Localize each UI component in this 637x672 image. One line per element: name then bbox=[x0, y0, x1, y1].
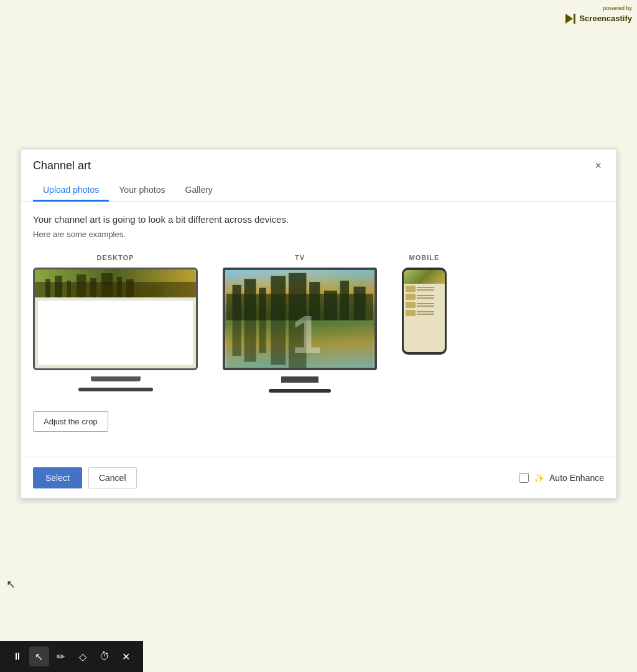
mobile-banner bbox=[404, 270, 445, 284]
svg-rect-8 bbox=[90, 278, 96, 297]
close-toolbar-button[interactable]: ✕ bbox=[116, 646, 136, 666]
modal-close-button[interactable]: × bbox=[592, 160, 604, 171]
desktop-banner bbox=[35, 269, 196, 297]
cursor-tool-button[interactable]: ↖ bbox=[29, 646, 49, 666]
channel-art-modal: Channel art × Upload photos Your photos … bbox=[20, 149, 617, 499]
svg-rect-4 bbox=[45, 279, 50, 297]
svg-rect-10 bbox=[117, 277, 122, 297]
bottom-toolbar: ⏸ ↖ ✏ ◇ ⏱ ✕ bbox=[0, 641, 143, 672]
mobile-inner bbox=[404, 270, 445, 352]
mobile-row-1 bbox=[406, 286, 443, 292]
select-button[interactable]: Select bbox=[33, 467, 82, 488]
description-text: Your channel art is going to look a bit … bbox=[33, 214, 604, 225]
svg-rect-21 bbox=[340, 281, 349, 320]
desktop-inner-content bbox=[37, 300, 193, 366]
svg-rect-16 bbox=[259, 287, 266, 320]
svg-rect-17 bbox=[271, 276, 286, 320]
modal-header: Channel art × bbox=[21, 149, 616, 172]
pen-tool-button[interactable]: ✏ bbox=[51, 646, 71, 666]
mobile-line bbox=[417, 314, 434, 315]
mobile-line bbox=[417, 303, 434, 304]
svg-rect-14 bbox=[233, 284, 241, 320]
modal-overlay: Channel art × Upload photos Your photos … bbox=[0, 0, 637, 672]
tv-label: TV bbox=[295, 254, 305, 261]
tv-cityscape: 1 bbox=[225, 270, 374, 368]
desktop-stand bbox=[91, 376, 141, 381]
mobile-thumb-1 bbox=[406, 286, 416, 292]
svg-rect-11 bbox=[126, 279, 134, 297]
modal-title: Channel art bbox=[33, 159, 91, 172]
svg-rect-6 bbox=[67, 281, 71, 297]
desktop-label: DESKTOP bbox=[97, 254, 134, 261]
modal-footer: Select Cancel ✨ Auto Enhance bbox=[21, 467, 616, 498]
auto-enhance-checkbox[interactable] bbox=[519, 473, 529, 483]
wand-icon: ✨ bbox=[534, 473, 544, 483]
tv-preview: 1 bbox=[223, 268, 377, 370]
cancel-button[interactable]: Cancel bbox=[88, 467, 137, 488]
timer-button[interactable]: ⏱ bbox=[95, 646, 114, 666]
svg-rect-25 bbox=[244, 320, 256, 362]
mobile-lines-2 bbox=[417, 295, 434, 299]
tabs-container: Upload photos Your photos Gallery bbox=[21, 180, 616, 202]
svg-rect-20 bbox=[324, 291, 337, 320]
shape-tool-button[interactable]: ◇ bbox=[73, 646, 93, 666]
mobile-line bbox=[417, 295, 434, 296]
desktop-preview bbox=[33, 268, 198, 370]
svg-text:1: 1 bbox=[292, 304, 322, 364]
modal-content: Your channel art is going to look a bit … bbox=[21, 202, 616, 457]
tv-base bbox=[269, 389, 331, 393]
mobile-row-2 bbox=[406, 294, 443, 300]
mobile-thumb-4 bbox=[406, 310, 416, 316]
svg-rect-7 bbox=[77, 274, 86, 297]
auto-enhance-label: Auto Enhance bbox=[549, 473, 604, 483]
mobile-row-3 bbox=[406, 302, 443, 308]
mobile-label: MOBILE bbox=[409, 254, 440, 261]
tab-gallery[interactable]: Gallery bbox=[175, 180, 223, 202]
device-previews-container: DESKTOP bbox=[33, 254, 604, 393]
svg-rect-15 bbox=[244, 279, 256, 320]
mobile-content-rows bbox=[404, 284, 445, 318]
tv-stand bbox=[281, 376, 318, 383]
mobile-line bbox=[417, 306, 434, 307]
mobile-section: MOBILE bbox=[402, 254, 447, 355]
svg-rect-24 bbox=[233, 320, 241, 355]
svg-rect-5 bbox=[55, 276, 62, 297]
svg-rect-26 bbox=[259, 320, 266, 352]
tab-upload-photos[interactable]: Upload photos bbox=[33, 180, 109, 202]
mobile-line bbox=[417, 297, 434, 299]
modal-divider bbox=[21, 457, 616, 457]
svg-rect-27 bbox=[271, 320, 286, 364]
mobile-lines-4 bbox=[417, 311, 434, 315]
mobile-line bbox=[417, 287, 434, 288]
adjust-crop-button[interactable]: Adjust the crop bbox=[33, 411, 108, 432]
desktop-section: DESKTOP bbox=[33, 254, 198, 391]
tab-your-photos[interactable]: Your photos bbox=[109, 180, 175, 202]
desktop-base bbox=[78, 388, 153, 391]
sub-description-text: Here are some examples. bbox=[33, 230, 604, 239]
footer-left-buttons: Select Cancel bbox=[33, 467, 137, 488]
footer-right-enhance: ✨ Auto Enhance bbox=[519, 473, 604, 483]
mobile-preview bbox=[402, 268, 447, 355]
mobile-line bbox=[417, 289, 434, 291]
mobile-lines-3 bbox=[417, 303, 434, 307]
mobile-thumb-2 bbox=[406, 294, 416, 300]
mobile-line bbox=[417, 311, 434, 312]
tv-section: TV bbox=[223, 254, 377, 393]
mobile-lines-1 bbox=[417, 287, 434, 291]
svg-rect-22 bbox=[354, 286, 366, 320]
mobile-row-4 bbox=[406, 310, 443, 316]
svg-rect-9 bbox=[101, 273, 113, 297]
mobile-thumb-3 bbox=[406, 302, 416, 308]
pause-button[interactable]: ⏸ bbox=[7, 646, 27, 666]
